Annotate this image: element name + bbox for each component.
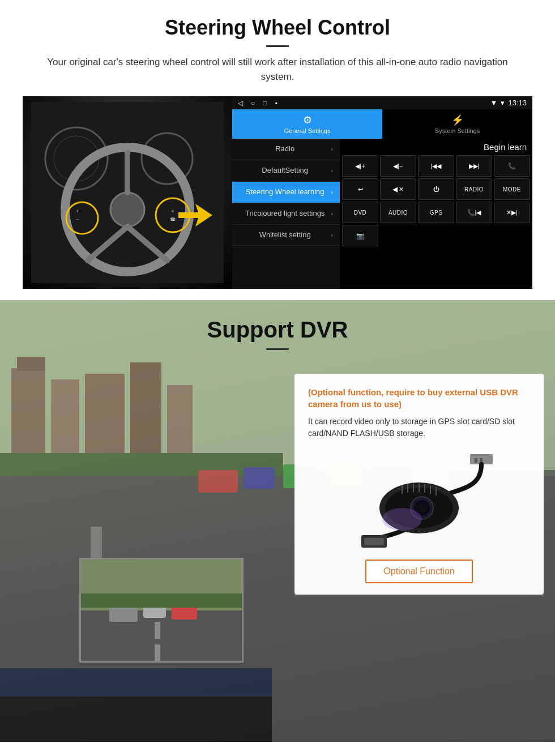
optional-function-button[interactable]: Optional Function bbox=[365, 559, 472, 583]
steering-title: Steering Wheel Control bbox=[23, 16, 532, 40]
control-grid: ◀|+ ◀|− |◀◀ ▶▶| 📞 ↩ ◀|✕ ⏻ RADIO MODE DVD bbox=[340, 155, 532, 249]
nav-back-icon[interactable]: ◁ bbox=[238, 99, 243, 107]
dvr-preview-inset bbox=[79, 558, 244, 663]
steering-section: Steering Wheel Control Your original car… bbox=[0, 0, 555, 300]
svg-rect-46 bbox=[475, 458, 477, 463]
dvr-title-overlay: Support DVR bbox=[0, 300, 555, 350]
status-icons: ▼ ▾ 13:13 bbox=[490, 99, 527, 107]
right-panel: Begin learn ◀|+ ◀|− |◀◀ ▶▶| 📞 ↩ ◀|✕ ⏻ RA… bbox=[340, 139, 532, 289]
svg-rect-38 bbox=[81, 610, 244, 663]
ctrl-camera[interactable]: 📷 bbox=[342, 225, 378, 246]
begin-learn-button[interactable]: Begin learn bbox=[484, 142, 527, 152]
signal-icon: ▼ bbox=[490, 99, 498, 107]
ctrl-vol-minus[interactable]: ◀|− bbox=[380, 155, 416, 177]
dvr-info-card: (Optional function, require to buy exter… bbox=[294, 374, 544, 595]
dvr-camera-svg bbox=[328, 451, 510, 548]
ctrl-hang-up[interactable]: ↩ bbox=[342, 178, 378, 200]
system-settings-icon: ⚡ bbox=[451, 114, 464, 126]
svg-rect-40 bbox=[155, 644, 160, 661]
ctrl-phone[interactable]: 📞 bbox=[494, 155, 530, 177]
chevron-icon: › bbox=[331, 210, 333, 217]
svg-text:−: − bbox=[76, 216, 79, 222]
svg-rect-18 bbox=[17, 357, 45, 371]
chevron-icon: › bbox=[331, 167, 333, 174]
svg-rect-30 bbox=[244, 467, 275, 489]
tab-general-label: General Settings bbox=[284, 127, 331, 134]
svg-rect-25 bbox=[91, 527, 102, 561]
svg-point-55 bbox=[382, 508, 422, 531]
ctrl-next-track[interactable]: ▶▶| bbox=[456, 155, 492, 177]
content-area: Radio › DefaultSetting › Steering Wheel … bbox=[232, 139, 532, 289]
menu-whitelist[interactable]: Whitelist setting › bbox=[232, 225, 340, 246]
general-settings-icon: ⚙ bbox=[303, 114, 312, 126]
ctrl-audio[interactable]: AUDIO bbox=[380, 202, 416, 223]
dvr-optional-text: (Optional function, require to buy exter… bbox=[308, 386, 530, 410]
ctrl-radio[interactable]: RADIO bbox=[456, 178, 492, 200]
menu-radio[interactable]: Radio › bbox=[232, 139, 340, 160]
left-menu: Radio › DefaultSetting › Steering Wheel … bbox=[232, 139, 340, 289]
chevron-icon: › bbox=[331, 232, 333, 238]
dvr-camera-illustration bbox=[308, 449, 530, 550]
steering-composite: + − ≡ ☎ ◁ ○ □ ▪ bbox=[23, 96, 532, 289]
svg-rect-36 bbox=[0, 697, 272, 742]
svg-text:+: + bbox=[76, 208, 79, 214]
nav-menu-icon[interactable]: ▪ bbox=[275, 99, 278, 107]
tab-system[interactable]: ⚡ System Settings bbox=[382, 109, 532, 139]
svg-rect-39 bbox=[155, 622, 160, 639]
steering-wheel-photo: + − ≡ ☎ bbox=[23, 96, 232, 289]
tab-system-label: System Settings bbox=[435, 127, 480, 134]
dvr-preview-road bbox=[81, 559, 242, 661]
dvr-desc-text: It can record video only to storage in G… bbox=[308, 416, 530, 439]
nav-home-icon[interactable]: ○ bbox=[251, 99, 255, 107]
svg-point-5 bbox=[110, 193, 144, 227]
wifi-icon: ▾ bbox=[501, 99, 505, 107]
begin-learn-row: Begin learn bbox=[340, 139, 532, 155]
android-ui: ◁ ○ □ ▪ ▼ ▾ 13:13 ⚙ General Settings bbox=[232, 96, 532, 289]
ctrl-power[interactable]: ⏻ bbox=[418, 178, 454, 200]
chevron-icon: › bbox=[331, 146, 333, 152]
ctrl-call-next[interactable]: ✕▶| bbox=[494, 202, 530, 223]
svg-rect-44 bbox=[81, 593, 244, 608]
title-divider bbox=[266, 45, 289, 47]
nav-recent-icon[interactable]: □ bbox=[263, 99, 267, 107]
status-bar: ◁ ○ □ ▪ ▼ ▾ 13:13 bbox=[232, 96, 532, 109]
svg-rect-29 bbox=[198, 470, 238, 493]
nav-icons: ◁ ○ □ ▪ bbox=[238, 99, 278, 107]
dvr-section: Support DVR bbox=[0, 300, 555, 742]
time-display: 13:13 bbox=[508, 99, 527, 107]
menu-steering[interactable]: Steering Wheel learning › bbox=[232, 182, 340, 203]
menu-default[interactable]: DefaultSetting › bbox=[232, 160, 340, 182]
svg-rect-49 bbox=[364, 538, 384, 545]
dvr-preview-svg bbox=[81, 559, 244, 663]
ctrl-prev-track[interactable]: |◀◀ bbox=[418, 155, 454, 177]
steering-wheel-svg: + − ≡ ☎ bbox=[31, 102, 224, 283]
ctrl-dvd[interactable]: DVD bbox=[342, 202, 378, 223]
steering-subtitle: Your original car's steering wheel contr… bbox=[45, 55, 510, 84]
svg-rect-47 bbox=[480, 458, 483, 463]
svg-text:≡: ≡ bbox=[172, 209, 174, 214]
menu-tricoloured[interactable]: Tricoloured light settings › bbox=[232, 203, 340, 225]
ctrl-call-prev[interactable]: 📞|◀ bbox=[456, 202, 492, 223]
svg-point-54 bbox=[417, 503, 426, 512]
chevron-icon: › bbox=[331, 189, 333, 195]
svg-rect-23 bbox=[0, 453, 283, 476]
tab-general[interactable]: ⚙ General Settings bbox=[232, 109, 382, 139]
ctrl-vol-plus[interactable]: ◀|+ bbox=[342, 155, 378, 177]
dvr-divider bbox=[266, 348, 289, 350]
ctrl-mode[interactable]: MODE bbox=[494, 178, 530, 200]
ctrl-mute[interactable]: ◀|✕ bbox=[380, 178, 416, 200]
tab-bar: ⚙ General Settings ⚡ System Settings bbox=[232, 109, 532, 139]
ctrl-gps[interactable]: GPS bbox=[418, 202, 454, 223]
svg-text:☎: ☎ bbox=[170, 217, 176, 222]
dvr-title: Support DVR bbox=[0, 317, 555, 343]
